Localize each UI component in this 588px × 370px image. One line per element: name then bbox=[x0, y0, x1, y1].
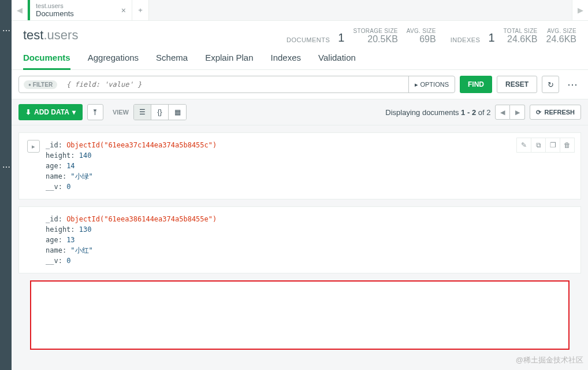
document-actions: ✎⧉❐🗑 bbox=[517, 138, 575, 153]
pager: ◀ ▶ bbox=[495, 105, 525, 120]
tab-subtitle: Documents bbox=[36, 9, 111, 18]
prev-page-button[interactable]: ◀ bbox=[495, 105, 510, 120]
edit-icon[interactable]: ✎ bbox=[516, 138, 531, 153]
nav-forward-button[interactable]: ▶ bbox=[572, 0, 588, 20]
nav-back-button[interactable]: ◀ bbox=[12, 0, 28, 20]
options-button[interactable]: ▸ OPTIONS bbox=[408, 76, 455, 92]
tab-title: test.users bbox=[36, 2, 111, 9]
annotation-box bbox=[30, 280, 570, 350]
document-fields: _id: ObjectId("61eea37c144ea374a5b8455c"… bbox=[46, 140, 572, 192]
storage-size-stat: STORAGE SIZE 20.5KB bbox=[353, 28, 397, 45]
watermark: @稀土掘金技术社区 bbox=[516, 355, 583, 365]
documents-count: 1 bbox=[338, 31, 344, 45]
find-button[interactable]: FIND bbox=[460, 76, 492, 93]
import-button[interactable]: ⤒ bbox=[87, 104, 103, 120]
filter-input-wrap: FILTER ▸ OPTIONS bbox=[18, 76, 455, 93]
add-tab-button[interactable]: + bbox=[132, 0, 149, 20]
namespace-title: test.users bbox=[23, 28, 78, 43]
indexes-label: INDEXES bbox=[451, 36, 481, 45]
view-json-icon[interactable]: {} bbox=[151, 105, 169, 120]
download-icon: ⬇ bbox=[25, 108, 31, 116]
document-list: ▸_id: ObjectId("61eea37c144ea374a5b8455c… bbox=[12, 125, 588, 370]
avg-size-stat: AVG. SIZE 69B bbox=[407, 28, 436, 45]
refresh-button[interactable]: ⟳ REFRESH bbox=[530, 105, 581, 120]
documents-label: DOCUMENTS bbox=[286, 36, 330, 45]
field-row: age: 14 bbox=[46, 161, 572, 171]
toolbar: ⬇ ADD DATA ▾ ⤒ VIEW ☰ {} ▦ Displaying do… bbox=[12, 99, 588, 125]
view-mode-group: ☰ {} ▦ bbox=[133, 104, 187, 120]
add-data-button[interactable]: ⬇ ADD DATA ▾ bbox=[18, 104, 83, 120]
field-row: _id: ObjectId("61eea386144ea374a5b8455e"… bbox=[46, 214, 572, 224]
filter-badge: FILTER bbox=[24, 80, 57, 89]
document-fields: _id: ObjectId("61eea386144ea374a5b8455e"… bbox=[46, 214, 572, 266]
subtabs: DocumentsAggregationsSchemaExplain PlanI… bbox=[12, 45, 588, 70]
field-row: __v: 0 bbox=[46, 182, 572, 192]
field-row: height: 130 bbox=[46, 224, 572, 235]
filter-bar: FILTER ▸ OPTIONS FIND RESET ↻ ⋯ bbox=[12, 70, 588, 99]
view-label: VIEW bbox=[113, 109, 129, 116]
rail-icon-2[interactable]: ⋯ bbox=[2, 162, 10, 172]
delete-icon[interactable]: 🗑 bbox=[560, 138, 575, 153]
idx-avg-size-stat: AVG. SIZE 24.6KB bbox=[546, 28, 576, 45]
left-rail: ⋯ ⋯ bbox=[0, 0, 12, 370]
more-icon[interactable]: ⋯ bbox=[564, 76, 581, 93]
field-row: name: "小红" bbox=[46, 245, 572, 256]
reset-button[interactable]: RESET bbox=[497, 76, 537, 93]
document-card[interactable]: ▸_id: ObjectId("61eea37c144ea374a5b8455c… bbox=[18, 132, 581, 199]
collection-tab[interactable]: test.users Documents × bbox=[28, 0, 132, 20]
filter-input[interactable] bbox=[62, 80, 408, 88]
next-page-button[interactable]: ▶ bbox=[510, 105, 525, 120]
tab-indexes[interactable]: Indexes bbox=[271, 53, 302, 70]
field-row: height: 140 bbox=[46, 150, 572, 161]
tab-explain-plan[interactable]: Explain Plan bbox=[205, 53, 253, 70]
display-info: Displaying documents 1 - 2 of 2 bbox=[385, 108, 490, 117]
clone-icon[interactable]: ❐ bbox=[545, 138, 560, 153]
refresh-icon: ⟳ bbox=[536, 109, 541, 116]
expand-icon[interactable]: ▸ bbox=[27, 140, 40, 153]
copy-icon[interactable]: ⧉ bbox=[531, 138, 546, 153]
tab-documents[interactable]: Documents bbox=[23, 53, 70, 70]
view-table-icon[interactable]: ▦ bbox=[169, 105, 186, 120]
tab-validation[interactable]: Validation bbox=[318, 53, 356, 70]
field-row: age: 13 bbox=[46, 235, 572, 245]
collection-header: test.users DOCUMENTS 1 STORAGE SIZE 20.5… bbox=[12, 21, 588, 45]
history-icon[interactable]: ↻ bbox=[542, 76, 559, 93]
field-row: __v: 0 bbox=[46, 256, 572, 266]
total-size-stat: TOTAL SIZE 24.6KB bbox=[504, 28, 538, 45]
tab-aggregations[interactable]: Aggregations bbox=[88, 53, 139, 70]
document-card[interactable]: _id: ObjectId("61eea386144ea374a5b8455e"… bbox=[18, 206, 581, 273]
field-row: _id: ObjectId("61eea37c144ea374a5b8455c"… bbox=[46, 140, 572, 150]
field-row: name: "小绿" bbox=[46, 171, 572, 182]
close-tab-icon[interactable]: × bbox=[121, 6, 126, 15]
indexes-count: 1 bbox=[488, 31, 494, 45]
rail-icon[interactable]: ⋯ bbox=[2, 26, 10, 35]
view-list-icon[interactable]: ☰ bbox=[134, 105, 151, 120]
tab-schema[interactable]: Schema bbox=[156, 53, 188, 70]
tabbar: ◀ test.users Documents × + ▶ bbox=[12, 0, 588, 21]
caret-down-icon: ▾ bbox=[72, 108, 76, 116]
